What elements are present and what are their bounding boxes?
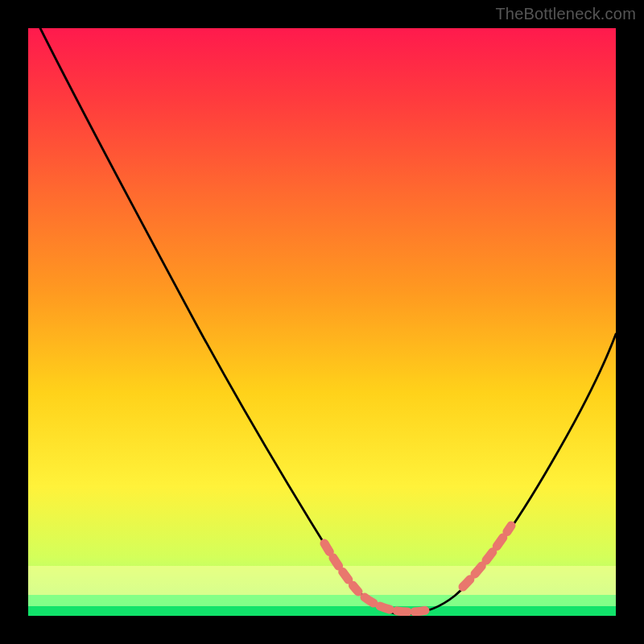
highlight-dashes-valley	[365, 597, 431, 612]
chart-curve	[28, 28, 616, 616]
plot-area	[28, 28, 616, 616]
watermark-text: TheBottleneck.com	[495, 5, 636, 23]
highlight-dashes-left	[324, 543, 358, 592]
bottleneck-curve-line	[40, 28, 616, 614]
highlight-dashes-right	[463, 526, 511, 587]
